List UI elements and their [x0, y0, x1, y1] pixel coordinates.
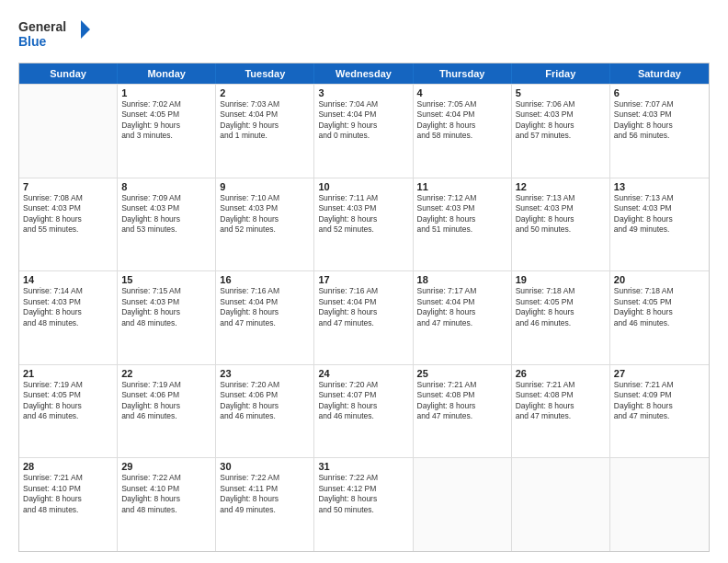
day-number: 3: [318, 87, 408, 98]
calendar-header: SundayMondayTuesdayWednesdayThursdayFrid…: [19, 63, 709, 84]
day-info: Sunrise: 7:18 AM Sunset: 4:05 PM Dayligh…: [516, 286, 606, 328]
calendar-cell-day-4: 4Sunrise: 7:05 AM Sunset: 4:04 PM Daylig…: [414, 85, 512, 178]
calendar-cell-day-30: 30Sunrise: 7:22 AM Sunset: 4:11 PM Dayli…: [216, 458, 314, 551]
svg-text:Blue: Blue: [18, 34, 47, 49]
day-number: 7: [23, 181, 113, 192]
header: General Blue: [18, 17, 710, 53]
calendar-cell-empty: [414, 458, 512, 551]
day-info: Sunrise: 7:05 AM Sunset: 4:04 PM Dayligh…: [417, 99, 507, 142]
calendar-cell-empty: [512, 458, 610, 551]
day-info: Sunrise: 7:19 AM Sunset: 4:05 PM Dayligh…: [23, 380, 113, 422]
day-info: Sunrise: 7:20 AM Sunset: 4:07 PM Dayligh…: [318, 380, 408, 422]
day-info: Sunrise: 7:22 AM Sunset: 4:12 PM Dayligh…: [318, 473, 408, 515]
calendar-cell-day-28: 28Sunrise: 7:21 AM Sunset: 4:10 PM Dayli…: [19, 458, 118, 551]
svg-text:General: General: [18, 19, 66, 34]
weekday-header-tuesday: Tuesday: [216, 63, 314, 84]
day-number: 24: [318, 368, 408, 379]
calendar-cell-day-15: 15Sunrise: 7:15 AM Sunset: 4:03 PM Dayli…: [118, 271, 216, 364]
day-info: Sunrise: 7:06 AM Sunset: 4:03 PM Dayligh…: [516, 99, 606, 142]
calendar-cell-day-26: 26Sunrise: 7:21 AM Sunset: 4:08 PM Dayli…: [512, 365, 610, 458]
calendar-cell-day-27: 27Sunrise: 7:21 AM Sunset: 4:09 PM Dayli…: [610, 365, 709, 458]
day-info: Sunrise: 7:17 AM Sunset: 4:04 PM Dayligh…: [417, 286, 507, 328]
day-info: Sunrise: 7:11 AM Sunset: 4:03 PM Dayligh…: [318, 193, 408, 236]
weekday-header-saturday: Saturday: [610, 63, 709, 84]
day-info: Sunrise: 7:13 AM Sunset: 4:03 PM Dayligh…: [614, 193, 705, 236]
day-number: 21: [23, 368, 113, 379]
day-number: 9: [220, 181, 310, 192]
calendar-cell-day-17: 17Sunrise: 7:16 AM Sunset: 4:04 PM Dayli…: [314, 271, 413, 364]
day-number: 5: [516, 87, 606, 98]
day-number: 28: [23, 461, 113, 472]
day-number: 2: [220, 87, 310, 98]
calendar-cell-day-24: 24Sunrise: 7:20 AM Sunset: 4:07 PM Dayli…: [314, 365, 413, 458]
calendar-cell-day-1: 1Sunrise: 7:02 AM Sunset: 4:05 PM Daylig…: [118, 85, 216, 178]
day-number: 11: [417, 181, 507, 192]
day-info: Sunrise: 7:13 AM Sunset: 4:03 PM Dayligh…: [516, 193, 606, 236]
day-number: 25: [417, 368, 507, 379]
calendar-cell-day-6: 6Sunrise: 7:07 AM Sunset: 4:03 PM Daylig…: [610, 85, 709, 178]
day-info: Sunrise: 7:19 AM Sunset: 4:06 PM Dayligh…: [121, 380, 211, 422]
day-info: Sunrise: 7:12 AM Sunset: 4:03 PM Dayligh…: [417, 193, 507, 236]
day-number: 19: [516, 274, 606, 285]
calendar-row: 1Sunrise: 7:02 AM Sunset: 4:05 PM Daylig…: [19, 84, 709, 178]
calendar-cell-day-19: 19Sunrise: 7:18 AM Sunset: 4:05 PM Dayli…: [512, 271, 610, 364]
weekday-header-thursday: Thursday: [414, 63, 512, 84]
day-info: Sunrise: 7:07 AM Sunset: 4:03 PM Dayligh…: [614, 99, 705, 142]
calendar-cell-day-31: 31Sunrise: 7:22 AM Sunset: 4:12 PM Dayli…: [314, 458, 413, 551]
calendar-cell-day-7: 7Sunrise: 7:08 AM Sunset: 4:03 PM Daylig…: [19, 178, 118, 271]
day-info: Sunrise: 7:16 AM Sunset: 4:04 PM Dayligh…: [220, 286, 310, 328]
day-info: Sunrise: 7:21 AM Sunset: 4:08 PM Dayligh…: [516, 380, 606, 422]
calendar-cell-day-16: 16Sunrise: 7:16 AM Sunset: 4:04 PM Dayli…: [216, 271, 314, 364]
day-number: 15: [121, 274, 211, 285]
weekday-header-friday: Friday: [512, 63, 610, 84]
day-info: Sunrise: 7:09 AM Sunset: 4:03 PM Dayligh…: [121, 193, 211, 236]
day-info: Sunrise: 7:04 AM Sunset: 4:04 PM Dayligh…: [318, 99, 408, 142]
calendar-cell-day-21: 21Sunrise: 7:19 AM Sunset: 4:05 PM Dayli…: [19, 365, 118, 458]
day-info: Sunrise: 7:15 AM Sunset: 4:03 PM Dayligh…: [121, 286, 211, 328]
weekday-header-wednesday: Wednesday: [314, 63, 413, 84]
day-number: 26: [516, 368, 606, 379]
calendar-cell-day-5: 5Sunrise: 7:06 AM Sunset: 4:03 PM Daylig…: [512, 85, 610, 178]
calendar-cell-day-3: 3Sunrise: 7:04 AM Sunset: 4:04 PM Daylig…: [314, 85, 413, 178]
day-number: 29: [121, 461, 211, 472]
day-number: 4: [417, 87, 507, 98]
calendar-cell-day-12: 12Sunrise: 7:13 AM Sunset: 4:03 PM Dayli…: [512, 178, 610, 271]
day-info: Sunrise: 7:21 AM Sunset: 4:09 PM Dayligh…: [614, 380, 705, 422]
logo-svg: General Blue: [18, 17, 92, 53]
calendar-row: 21Sunrise: 7:19 AM Sunset: 4:05 PM Dayli…: [19, 364, 709, 458]
calendar: SundayMondayTuesdayWednesdayThursdayFrid…: [18, 63, 710, 552]
day-info: Sunrise: 7:02 AM Sunset: 4:05 PM Dayligh…: [121, 99, 211, 142]
weekday-header-sunday: Sunday: [19, 63, 118, 84]
day-info: Sunrise: 7:22 AM Sunset: 4:11 PM Dayligh…: [220, 473, 310, 515]
calendar-page: General Blue SundayMondayTuesdayWednesda…: [0, 0, 728, 563]
weekday-header-monday: Monday: [118, 63, 216, 84]
calendar-cell-empty: [610, 458, 709, 551]
logo: General Blue: [18, 17, 92, 53]
calendar-cell-day-10: 10Sunrise: 7:11 AM Sunset: 4:03 PM Dayli…: [314, 178, 413, 271]
calendar-cell-day-25: 25Sunrise: 7:21 AM Sunset: 4:08 PM Dayli…: [414, 365, 512, 458]
day-info: Sunrise: 7:20 AM Sunset: 4:06 PM Dayligh…: [220, 380, 310, 422]
day-number: 14: [23, 274, 113, 285]
day-number: 23: [220, 368, 310, 379]
calendar-cell-day-2: 2Sunrise: 7:03 AM Sunset: 4:04 PM Daylig…: [216, 85, 314, 178]
calendar-cell-day-23: 23Sunrise: 7:20 AM Sunset: 4:06 PM Dayli…: [216, 365, 314, 458]
calendar-cell-day-8: 8Sunrise: 7:09 AM Sunset: 4:03 PM Daylig…: [118, 178, 216, 271]
day-number: 6: [614, 87, 705, 98]
day-info: Sunrise: 7:22 AM Sunset: 4:10 PM Dayligh…: [121, 473, 211, 515]
day-number: 31: [318, 461, 408, 472]
day-number: 12: [516, 181, 606, 192]
svg-marker-2: [81, 20, 90, 39]
day-info: Sunrise: 7:08 AM Sunset: 4:03 PM Dayligh…: [23, 193, 113, 236]
day-number: 18: [417, 274, 507, 285]
day-number: 16: [220, 274, 310, 285]
calendar-row: 28Sunrise: 7:21 AM Sunset: 4:10 PM Dayli…: [19, 457, 709, 551]
calendar-cell-day-14: 14Sunrise: 7:14 AM Sunset: 4:03 PM Dayli…: [19, 271, 118, 364]
calendar-body: 1Sunrise: 7:02 AM Sunset: 4:05 PM Daylig…: [19, 84, 709, 551]
day-info: Sunrise: 7:14 AM Sunset: 4:03 PM Dayligh…: [23, 286, 113, 328]
calendar-row: 14Sunrise: 7:14 AM Sunset: 4:03 PM Dayli…: [19, 270, 709, 364]
day-info: Sunrise: 7:18 AM Sunset: 4:05 PM Dayligh…: [614, 286, 705, 328]
calendar-cell-day-9: 9Sunrise: 7:10 AM Sunset: 4:03 PM Daylig…: [216, 178, 314, 271]
calendar-cell-day-22: 22Sunrise: 7:19 AM Sunset: 4:06 PM Dayli…: [118, 365, 216, 458]
day-number: 8: [121, 181, 211, 192]
day-info: Sunrise: 7:16 AM Sunset: 4:04 PM Dayligh…: [318, 286, 408, 328]
